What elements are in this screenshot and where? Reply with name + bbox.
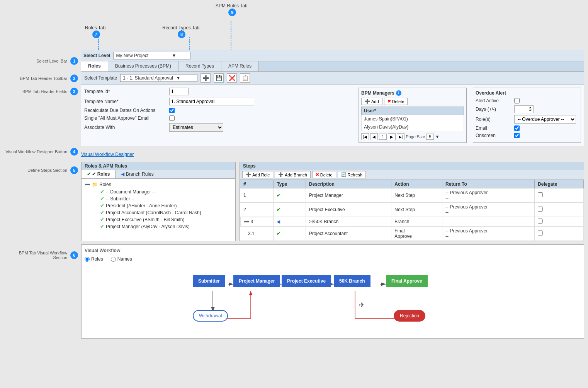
step-action-2: Next Step xyxy=(391,203,442,217)
step-return-31: -- Previous Approver-- xyxy=(442,227,535,241)
step-delegate-2 xyxy=(535,203,584,217)
folder-icon: 📁 xyxy=(92,182,98,187)
step-delegate-3 xyxy=(535,217,584,227)
roles-tab-roles[interactable]: ✔ ✔ Roles xyxy=(82,170,116,178)
single-email-checkbox[interactable] xyxy=(169,115,175,121)
radio-names[interactable] xyxy=(111,257,116,262)
option-names[interactable]: Names xyxy=(111,256,132,262)
expand-3[interactable]: ➖ xyxy=(244,219,250,224)
step-type-3: ◀ xyxy=(274,217,306,227)
add-role-btn[interactable]: ➕ Add Role xyxy=(242,171,273,178)
step-return-2: -- Previous Approver-- xyxy=(442,203,535,217)
node-rejection: Rejection xyxy=(394,310,425,322)
select-level-bar-annotation: Select Level Bar xyxy=(36,59,67,63)
branch-arrow-icon: ◀ xyxy=(121,171,124,177)
associate-with-select[interactable]: Estimates xyxy=(169,123,223,132)
tab-record-types[interactable]: Record Types xyxy=(178,61,221,71)
item-check-5: ✔ xyxy=(100,224,104,229)
step-num-2: 2 xyxy=(240,203,274,217)
tab-apm-rules[interactable]: APM Rules xyxy=(221,61,259,71)
managers-add-btn[interactable]: ➕ Add xyxy=(361,98,382,105)
roles-content: ➖ 📁 Roles ✔ -- Document Manager -- ✔ xyxy=(82,179,235,234)
node-project-manager: Project Manager xyxy=(233,275,280,287)
roles-apm-panel: Roles & APM Rules ✔ ✔ Roles ◀ Branch Rul… xyxy=(81,162,236,241)
item-check-2: ✔ xyxy=(100,203,104,208)
template-name-label: Template Name* xyxy=(84,99,169,104)
pager-prev[interactable]: ◀ xyxy=(370,133,378,140)
template-id-label: Template Id* xyxy=(84,89,169,94)
steps-panel-header: Steps xyxy=(240,162,584,170)
toolbar-delete-btn[interactable]: ❌ xyxy=(227,73,237,83)
email-label: Email xyxy=(476,125,514,131)
toolbar-save-btn[interactable]: 💾 xyxy=(214,73,224,83)
template-dropdown[interactable]: 1 - 1. Standard Approval ▼ xyxy=(120,74,197,82)
col-action: Action xyxy=(391,180,442,188)
node-project-executive: Project Executive xyxy=(282,275,331,287)
option-roles[interactable]: Roles xyxy=(85,256,103,262)
delegate-checkbox-2[interactable] xyxy=(538,207,543,212)
col-return-to: Return To xyxy=(442,180,535,188)
col-num: # xyxy=(240,180,274,188)
vw-label-wrapper: BPM Tab Visual Workflow Section 6 xyxy=(4,244,81,260)
manager-row-0: James Spain(SPA01) xyxy=(362,115,464,123)
template-id-input[interactable] xyxy=(169,88,189,95)
step-delegate-1 xyxy=(535,188,584,203)
template-name-input[interactable] xyxy=(169,98,254,105)
days-input[interactable] xyxy=(514,105,534,113)
managers-delete-btn[interactable]: ✖ Delete xyxy=(384,98,408,105)
radio-roles[interactable] xyxy=(85,257,90,262)
node-final-approve: Final Approve xyxy=(386,275,428,287)
info-icon: i xyxy=(396,90,401,96)
managers-add-icon: ➕ xyxy=(365,99,370,104)
item-check-1: ✔ xyxy=(100,196,104,202)
overdue-title: Overdue Alert xyxy=(476,90,578,96)
label-4-circle: 4 xyxy=(70,148,78,156)
tree-item-3: ✔ Project Accountant (CarrolNash - Carro… xyxy=(92,210,232,215)
associate-with-label: Associate With xyxy=(84,125,169,130)
email-checkbox[interactable] xyxy=(514,125,520,131)
step-desc-31: Project Accountant xyxy=(306,227,391,241)
label-6-circle: 6 xyxy=(70,251,78,259)
step-row-3: ➖ 3 ◀ >$50K Branch Branch xyxy=(240,217,584,227)
col-delegate: Delegate xyxy=(535,180,584,188)
add-branch-btn[interactable]: ➕ Add Branch xyxy=(275,171,310,178)
label-3-circle: 3 xyxy=(70,88,78,95)
pager-current: 1 xyxy=(379,134,387,140)
select-level-value: My New Project xyxy=(116,53,148,58)
roles-select[interactable]: -- Overdue Approver -- xyxy=(514,115,576,124)
svg-text:✈: ✈ xyxy=(359,301,365,309)
step-return-1: -- Previous Approver-- xyxy=(442,188,535,203)
recalculate-checkbox[interactable] xyxy=(169,108,175,113)
col-type: Type xyxy=(274,180,306,188)
pager-last[interactable]: ▶| xyxy=(397,133,404,140)
workflow-svg: ✈ xyxy=(85,266,581,335)
alert-active-checkbox[interactable] xyxy=(514,98,520,103)
bpm-fields-label-wrapper: BPM Tab Header Fields 3 xyxy=(4,85,81,95)
steps-delete-btn[interactable]: ✖ Delete xyxy=(312,171,336,178)
vwd-annotation: Visual Workflow Designer Button xyxy=(5,149,67,154)
step-desc-3: >$50K Branch xyxy=(306,217,391,227)
tab-bpm[interactable]: Business Processes (BPM) xyxy=(108,61,178,71)
roles-tab-branch[interactable]: ◀ Branch Rules xyxy=(116,170,159,178)
delegate-checkbox-31[interactable] xyxy=(538,230,543,236)
days-label: Days (+/-) xyxy=(476,107,514,112)
delegate-checkbox-1[interactable] xyxy=(538,192,543,197)
visual-workflow-designer-link[interactable]: Visual Workflow Designer xyxy=(81,149,134,159)
toolbar-add-btn[interactable]: ➕ xyxy=(201,73,211,83)
page-size-label: Page Size xyxy=(406,134,425,139)
vw-annotation: BPM Tab Visual Workflow Section xyxy=(4,251,67,260)
tab-roles[interactable]: Roles xyxy=(81,61,108,71)
pager-first[interactable]: |◀ xyxy=(361,133,369,140)
tabs-bar: Roles Business Processes (BPM) Record Ty… xyxy=(81,61,584,72)
onscreen-checkbox[interactable] xyxy=(514,133,520,138)
select-level-dropdown[interactable]: My New Project ▼ xyxy=(113,52,190,59)
define-steps-label-wrapper: Define Steps Section 5 xyxy=(4,162,81,174)
steps-refresh-btn[interactable]: 🔄 Refresh xyxy=(338,171,366,178)
node-50k-branch: 50K Branch xyxy=(334,275,370,287)
template-value: 1 - 1. Standard Approval xyxy=(123,75,173,81)
toolbar-copy-btn[interactable]: 📋 xyxy=(240,73,250,83)
step-num-31: 3.1 xyxy=(240,227,274,241)
pager-next[interactable]: ▶ xyxy=(388,133,396,140)
label-1-circle: 1 xyxy=(70,57,78,65)
delegate-checkbox-3[interactable] xyxy=(538,219,543,224)
